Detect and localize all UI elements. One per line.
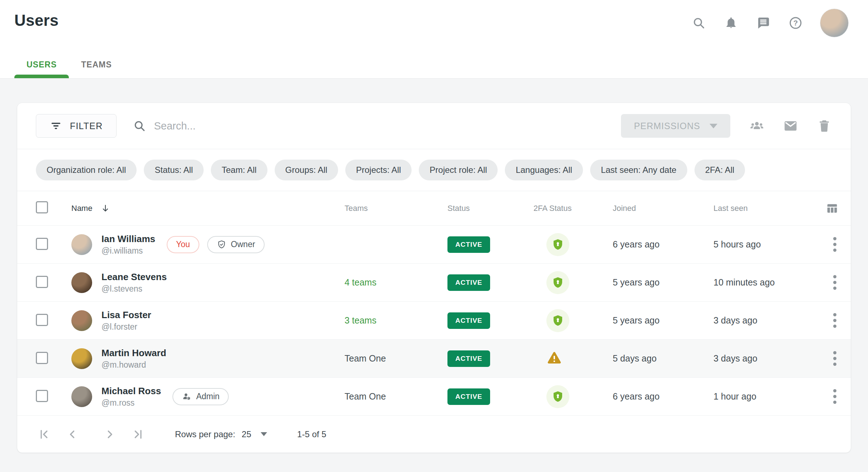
groups-icon[interactable] (749, 118, 765, 134)
teams-cell: Team One (345, 391, 386, 401)
header-actions: ? (691, 9, 849, 37)
next-page-icon[interactable] (101, 426, 118, 443)
pagination-range: 1-5 of 5 (297, 429, 326, 439)
column-settings-icon[interactable] (824, 200, 840, 216)
row-checkbox[interactable] (36, 238, 48, 250)
app-header: Users ? USERS TEAMS (0, 0, 868, 78)
bulk-action-icons (749, 118, 832, 134)
joined-cell: 5 years ago (613, 277, 713, 288)
user-badges: YouOwner (167, 236, 265, 253)
column-header-last-seen[interactable]: Last seen (713, 204, 817, 213)
teams-cell[interactable]: 3 teams (345, 315, 376, 325)
filter-chip[interactable]: Projects: All (345, 160, 412, 180)
last-seen-cell: 5 hours ago (713, 239, 817, 250)
twofa-cell (533, 350, 613, 367)
chevron-down-icon (710, 124, 717, 128)
rows-per-page-caret-icon[interactable] (261, 432, 267, 436)
tab-bar: USERS TEAMS (14, 51, 124, 78)
filter-button[interactable]: FILTER (36, 114, 117, 138)
user-handle: @l.forster (101, 322, 151, 332)
pagination: Rows per page: 25 1-5 of 5 (17, 415, 851, 453)
tab-users[interactable]: USERS (14, 51, 69, 78)
avatar (71, 272, 92, 293)
admin-badge: Admin (172, 388, 229, 405)
joined-cell: 6 years ago (613, 391, 713, 402)
last-page-icon[interactable] (129, 426, 146, 443)
twofa-cell (533, 385, 613, 408)
search-field (133, 119, 621, 132)
trash-icon[interactable] (816, 118, 832, 134)
row-checkbox[interactable] (36, 390, 48, 402)
last-seen-cell: 10 minutes ago (713, 277, 817, 288)
chat-icon[interactable] (755, 15, 771, 31)
search-input[interactable] (154, 120, 621, 132)
permissions-button[interactable]: PERMISSIONS (621, 114, 730, 138)
user-avatar[interactable] (820, 9, 849, 37)
row-checkbox[interactable] (36, 314, 48, 326)
table-row: Lisa Foster @l.forster 3 teams ACTIVE 5 … (17, 301, 851, 339)
column-header-name[interactable]: Name (71, 203, 345, 213)
filter-chip[interactable]: Project role: All (419, 160, 498, 180)
row-menu-icon[interactable] (830, 310, 840, 331)
avatar (71, 310, 92, 331)
filter-chip[interactable]: Languages: All (505, 160, 583, 180)
column-header-joined[interactable]: Joined (613, 204, 713, 213)
filter-chip[interactable]: Organization role: All (36, 160, 137, 180)
user-handle: @i.williams (101, 246, 155, 256)
row-menu-icon[interactable] (830, 272, 840, 293)
previous-page-icon[interactable] (64, 426, 81, 443)
teams-cell[interactable]: 4 teams (345, 277, 376, 287)
table-row: Ian Williams @i.williams YouOwner ACTIVE… (17, 225, 851, 263)
sort-desc-icon (100, 203, 110, 213)
column-header-2fa[interactable]: 2FA Status (533, 204, 613, 213)
notifications-icon[interactable] (723, 15, 739, 31)
row-checkbox[interactable] (36, 352, 48, 364)
status-badge: ACTIVE (447, 350, 490, 367)
avatar (71, 348, 92, 369)
search-icon[interactable] (691, 15, 707, 31)
table-row: Michael Ross @m.ross Admin Team One ACTI… (17, 377, 851, 415)
row-menu-icon[interactable] (830, 233, 840, 255)
teams-cell: Team One (345, 353, 386, 363)
user-name: Martin Howard (101, 348, 166, 359)
row-menu-icon[interactable] (830, 348, 840, 369)
filter-chip[interactable]: 2FA: All (694, 160, 745, 180)
mail-icon[interactable] (783, 118, 798, 134)
avatar (71, 386, 92, 407)
column-header-status[interactable]: Status (447, 204, 533, 213)
filter-chip[interactable]: Team: All (211, 160, 267, 180)
users-card: FILTER PERMISSIONS (17, 103, 851, 453)
twofa-enabled-icon (551, 276, 564, 289)
last-seen-cell: 1 hour ago (713, 391, 817, 402)
rows-per-page-label: Rows per page: (175, 429, 235, 439)
column-header-teams[interactable]: Teams (345, 204, 447, 213)
select-all-checkbox[interactable] (36, 201, 48, 213)
row-menu-icon[interactable] (830, 386, 840, 407)
joined-cell: 5 years ago (613, 315, 713, 326)
joined-cell: 5 days ago (613, 353, 713, 364)
search-icon (133, 119, 146, 132)
tab-teams[interactable]: TEAMS (69, 51, 124, 78)
filter-chip[interactable]: Groups: All (275, 160, 338, 180)
twofa-enabled-icon (551, 238, 564, 251)
rows-per-page-value[interactable]: 25 (242, 429, 251, 439)
twofa-warning-icon (546, 350, 562, 366)
first-page-icon[interactable] (36, 426, 53, 443)
user-handle: @m.howard (101, 360, 166, 370)
table-body: Ian Williams @i.williams YouOwner ACTIVE… (17, 225, 851, 415)
joined-cell: 6 years ago (613, 239, 713, 250)
filter-icon (50, 120, 62, 132)
twofa-enabled-icon (551, 390, 564, 403)
filter-chip-row: Organization role: All Status: All Team:… (17, 149, 851, 191)
help-icon[interactable]: ? (788, 15, 803, 31)
user-badges: Admin (172, 388, 229, 405)
twofa-cell (533, 271, 613, 294)
twofa-enabled-icon (551, 314, 564, 327)
owner-badge: Owner (207, 236, 265, 253)
user-handle: @m.ross (101, 398, 161, 408)
user-name: Leane Stevens (101, 272, 167, 283)
admin-user-gear-icon (182, 392, 192, 402)
filter-chip[interactable]: Last seen: Any date (590, 160, 687, 180)
filter-chip[interactable]: Status: All (144, 160, 204, 180)
row-checkbox[interactable] (36, 276, 48, 288)
